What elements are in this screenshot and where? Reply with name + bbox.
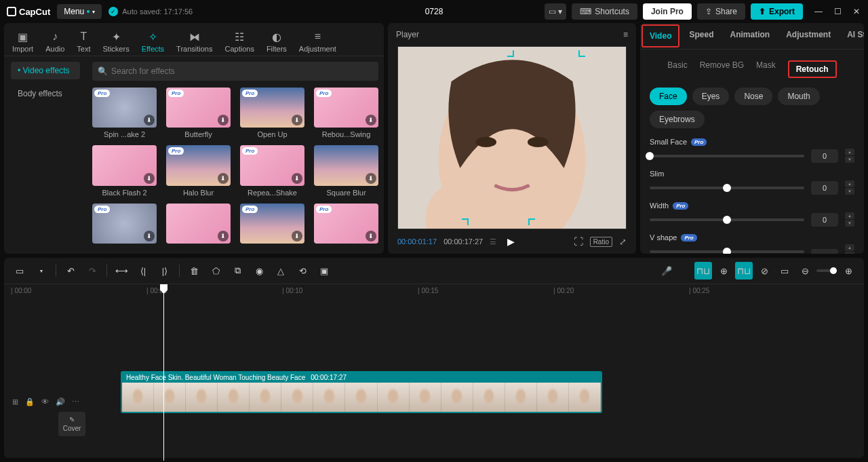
stepper[interactable]: ▲▼ xyxy=(845,244,854,254)
pill-mouth[interactable]: Mouth xyxy=(778,88,819,105)
pill-eyebrows[interactable]: Eyebrows xyxy=(650,111,705,128)
pill-eyes[interactable]: Eyes xyxy=(692,88,730,105)
track-visible-icon[interactable]: 👁 xyxy=(41,398,49,406)
download-icon[interactable]: ⬇ xyxy=(218,231,229,242)
link-tool[interactable]: ⊘ xyxy=(755,262,773,280)
download-icon[interactable]: ⬇ xyxy=(292,231,302,242)
tab-text[interactable]: TText xyxy=(71,27,96,56)
redo-button[interactable]: ↷ xyxy=(83,262,101,280)
marker-tool[interactable]: ⬠ xyxy=(207,262,224,280)
tab-effects[interactable]: ✧Effects xyxy=(136,27,170,56)
maximize-button[interactable]: ☐ xyxy=(833,7,842,16)
menu-button[interactable]: Menu ▾ xyxy=(57,4,102,19)
minimize-button[interactable]: — xyxy=(814,7,823,16)
trim-right-tool[interactable]: |⟩ xyxy=(156,262,174,280)
download-icon[interactable]: ⬇ xyxy=(292,115,302,126)
zoom-out-button[interactable]: ⊖ xyxy=(796,262,814,280)
mirror-tool[interactable]: △ xyxy=(272,262,290,280)
prop-tab-video[interactable]: Video xyxy=(642,24,679,47)
prop-tab-ai-st[interactable]: AI St xyxy=(839,23,864,49)
pill-nose[interactable]: Nose xyxy=(734,88,772,105)
track-mute-icon[interactable]: 🔊 xyxy=(56,398,65,406)
prop-tab-animation[interactable]: Animation xyxy=(722,23,778,49)
effect-card[interactable]: Pro⬇Butterfly xyxy=(166,88,231,138)
slider-slim[interactable] xyxy=(650,187,804,189)
effect-card[interactable]: ⬇Black Flash 2 xyxy=(92,145,157,196)
shortcuts-button[interactable]: ⌨ Shortcuts xyxy=(572,3,637,20)
player-menu-icon[interactable]: ≡ xyxy=(623,30,628,39)
effect-card[interactable]: ⬇ xyxy=(166,204,231,246)
effect-card[interactable]: ⬇Square Blur xyxy=(314,145,378,196)
undo-button[interactable]: ↶ xyxy=(62,262,79,280)
track-expand-icon[interactable]: ⊞ xyxy=(12,398,18,406)
effect-card[interactable]: Pro⬇Rebou...Swing xyxy=(314,88,378,138)
slider-v-shape[interactable] xyxy=(650,250,804,253)
sub-tab-basic[interactable]: Basic xyxy=(667,60,687,78)
tab-adjustment[interactable]: ≡Adjustment xyxy=(294,27,342,56)
tab-import[interactable]: ▣Import xyxy=(7,27,39,56)
download-icon[interactable]: ⬇ xyxy=(366,115,376,126)
sub-tab-retouch[interactable]: Retouch xyxy=(788,60,837,78)
timeline-clip[interactable]: Healthy Face Skin. Beautiful Woman Touch… xyxy=(121,371,602,413)
preview-tool[interactable]: ▭ xyxy=(776,262,793,280)
speed-tool[interactable]: ◉ xyxy=(250,262,268,280)
prop-tab-speed[interactable]: Speed xyxy=(681,23,722,49)
effect-card[interactable]: Pro⬇Open Up xyxy=(240,88,304,138)
effect-card[interactable]: Pro⬇Spin ...ake 2 xyxy=(92,88,157,138)
split-tool[interactable]: ⟷ xyxy=(113,262,130,280)
search-input[interactable] xyxy=(92,62,378,81)
download-icon[interactable]: ⬇ xyxy=(144,231,155,242)
stepper[interactable]: ▲▼ xyxy=(845,149,854,163)
stepper[interactable]: ▲▼ xyxy=(845,212,854,227)
effect-card[interactable]: Pro⬇ xyxy=(240,204,304,246)
dropdown-tool[interactable]: ▾ xyxy=(33,262,50,280)
effect-card[interactable]: Pro⬇ xyxy=(92,204,157,246)
play-button[interactable]: ▶ xyxy=(507,236,515,247)
slider-width[interactable] xyxy=(650,218,804,221)
effect-card[interactable]: Pro⬇Repea...Shake xyxy=(240,145,304,196)
prop-tab-adjustment[interactable]: Adjustment xyxy=(778,23,839,49)
download-icon[interactable]: ⬇ xyxy=(366,231,376,242)
list-icon[interactable]: ☰ xyxy=(490,237,496,246)
rotate-tool[interactable]: ⟲ xyxy=(294,262,311,280)
tab-filters[interactable]: ◐Filters xyxy=(261,27,292,56)
magnet-toggle-2[interactable]: ⊓⊔ xyxy=(735,262,753,280)
playhead[interactable] xyxy=(163,284,164,461)
download-icon[interactable]: ⬇ xyxy=(366,173,376,184)
delete-tool[interactable]: 🗑 xyxy=(185,262,203,280)
aspect-button[interactable]: ▭ ▾ xyxy=(545,3,566,20)
sidebar-item-body-effects[interactable]: Body effects xyxy=(11,85,80,102)
sub-tab-remove-bg[interactable]: Remove BG xyxy=(700,60,744,78)
trim-left-tool[interactable]: ⟨| xyxy=(134,262,152,280)
scan-icon[interactable]: ⛶ xyxy=(574,236,583,247)
effect-card[interactable]: Pro⬇ xyxy=(314,204,378,246)
tab-transitions[interactable]: ⧓Transitions xyxy=(171,27,218,56)
mic-tool[interactable]: 🎤 xyxy=(658,262,675,280)
fullscreen-icon[interactable]: ⤢ xyxy=(619,237,627,247)
download-icon[interactable]: ⬇ xyxy=(218,173,229,184)
tab-audio[interactable]: ♪Audio xyxy=(40,27,70,56)
pill-face[interactable]: Face xyxy=(650,88,687,105)
select-tool[interactable]: ▭ xyxy=(11,262,28,280)
align-tool[interactable]: ⊕ xyxy=(715,262,732,280)
cover-button[interactable]: ✎ Cover xyxy=(58,412,85,436)
magnet-toggle-1[interactable]: ⊓⊔ xyxy=(694,262,712,280)
track-more-icon[interactable]: ⋯ xyxy=(72,398,79,406)
sub-tab-mask[interactable]: Mask xyxy=(756,60,776,78)
stepper[interactable]: ▲▼ xyxy=(845,180,854,195)
slider-small-face[interactable] xyxy=(650,155,804,157)
zoom-in-button[interactable]: ⊕ xyxy=(840,262,857,280)
ratio-button[interactable]: Ratio xyxy=(590,237,612,247)
download-icon[interactable]: ⬇ xyxy=(144,173,155,184)
effect-card[interactable]: Pro⬇Halo Blur xyxy=(166,145,231,196)
tab-stickers[interactable]: ✦Stickers xyxy=(98,27,135,56)
join-pro-button[interactable]: Join Pro xyxy=(643,3,692,20)
crop-tool[interactable]: ▣ xyxy=(315,262,333,280)
download-icon[interactable]: ⬇ xyxy=(144,115,155,126)
zoom-slider[interactable] xyxy=(816,269,837,272)
sidebar-item-video-effects[interactable]: • Video effects xyxy=(11,62,80,79)
player-viewport[interactable] xyxy=(397,46,627,229)
copy-tool[interactable]: ⧉ xyxy=(229,262,246,280)
close-button[interactable]: ✕ xyxy=(852,7,861,16)
download-icon[interactable]: ⬇ xyxy=(292,173,302,184)
